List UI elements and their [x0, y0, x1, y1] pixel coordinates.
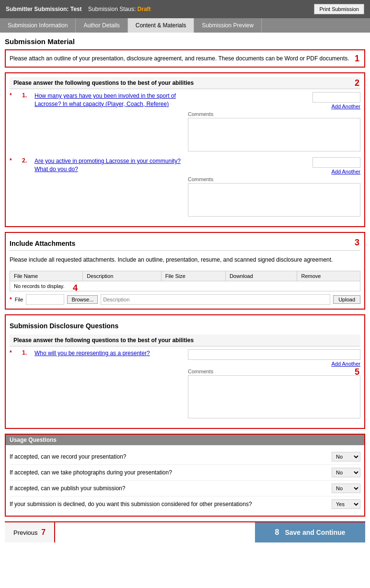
header-title: Submitter Submission: Test Submission St…: [6, 6, 151, 12]
q1-num: 1.: [22, 92, 30, 99]
header-submission-name: Test: [70, 6, 82, 12]
usage-content: If accepted, can we record your presenta…: [6, 445, 364, 516]
tab-content-materials[interactable]: Content & Materials: [128, 18, 194, 33]
attach-header: Include Attachments: [10, 237, 360, 251]
q2-input-area: Add Another: [188, 157, 360, 174]
usage-q1-select[interactable]: No Yes: [332, 468, 360, 477]
usage-row-1: If accepted, can we take photographs dur…: [10, 465, 360, 481]
q1-comments-textarea[interactable]: [188, 118, 360, 151]
dq-left-1: * 1. Who will you be representing as a p…: [10, 349, 184, 357]
usage-q1-text: If accepted, can we take photographs dur…: [10, 469, 332, 476]
usage-q0-text: If accepted, can we record your presenta…: [10, 453, 332, 460]
usage-header: Usage Questions: [6, 435, 364, 445]
file-name-input[interactable]: [26, 294, 64, 305]
usage-row-2: If accepted, can we publish your submiss…: [10, 481, 360, 496]
bottom-nav: Previous 7 8 Save and Continue: [5, 521, 365, 542]
question-left-2: * 2. Are you active in promoting Lacross…: [10, 157, 184, 173]
num-5: 5: [355, 367, 359, 377]
num-4: 4: [73, 283, 78, 293]
q1-comments-wrapper: Comments: [188, 111, 360, 151]
question-row-2: * 2. Are you active in promoting Lacross…: [10, 157, 360, 174]
attach-info: Please include all requested attachments…: [10, 254, 360, 266]
dq1-num: 1.: [22, 349, 30, 356]
q2-comments-wrapper: Comments: [188, 176, 360, 217]
dq1-add-another[interactable]: Add Another: [331, 361, 360, 367]
disclosure-question-block-1: * 1. Who will you be representing as a p…: [10, 349, 360, 418]
q2-comments-textarea[interactable]: [188, 183, 360, 217]
question-row-1: * 1. How many years have you been involv…: [10, 92, 360, 109]
header-status-label: Submission Staus:: [88, 6, 136, 12]
page-header: Submitter Submission: Test Submission St…: [0, 0, 370, 18]
description-input[interactable]: [101, 294, 330, 305]
q2-comments-label: Comments: [188, 176, 213, 182]
num-1: 1: [355, 54, 359, 64]
question-block-2: * 2. Are you active in promoting Lacross…: [10, 157, 360, 217]
box1-text: Please attach an outline of your present…: [10, 54, 360, 63]
print-button[interactable]: Print Submission: [314, 4, 364, 14]
usage-row-0: If accepted, can we record your presenta…: [10, 449, 360, 465]
usage-q0-select[interactable]: No Yes: [332, 452, 360, 461]
num-3: 3: [355, 238, 359, 248]
tab-submission-information[interactable]: Submission Information: [0, 18, 76, 33]
dq1-comments-wrapper: Comments: [188, 369, 360, 418]
dq1-answer-input[interactable]: [188, 349, 360, 360]
num-7: 7: [41, 528, 46, 536]
col-filename: File Name: [10, 271, 83, 281]
q1-comments-label: Comments: [188, 111, 213, 117]
questions-header: Please answer the following questions to…: [10, 77, 360, 89]
previous-button[interactable]: Previous 7: [5, 522, 55, 542]
file-table-body: No records to display.: [10, 281, 360, 291]
dq-row-1: * 1. Who will you be representing as a p…: [10, 349, 360, 367]
q2-text: Are you active in promoting Lacrosse in …: [35, 157, 184, 173]
file-upload-row: * File Browse... Upload: [10, 294, 360, 305]
col-download: Download: [225, 271, 297, 281]
q1-text: How many years have you been involved in…: [35, 92, 184, 108]
q1-answer-input[interactable]: [312, 92, 360, 103]
col-remove: Remove: [297, 271, 360, 281]
header-status-value: Draft: [138, 6, 151, 12]
question-block-1: * 1. How many years have you been involv…: [10, 92, 360, 151]
q2-req: *: [10, 157, 17, 164]
tab-submission-preview[interactable]: Submission Preview: [194, 18, 262, 33]
upload-button[interactable]: Upload: [333, 295, 360, 304]
col-description: Description: [83, 271, 161, 281]
usage-box: Usage Questions If accepted, can we reco…: [5, 434, 365, 517]
tab-bar: Submission Information Author Details Co…: [0, 18, 370, 33]
tab-author-details[interactable]: Author Details: [76, 18, 127, 33]
browse-button[interactable]: Browse...: [67, 295, 98, 304]
attach-info-text: Please include all requested attachments…: [10, 256, 333, 263]
col-filesize: File Size: [161, 271, 225, 281]
usage-q2-text: If accepted, can we publish your submiss…: [10, 485, 332, 492]
dq1-comments-textarea[interactable]: [188, 375, 360, 418]
usage-q2-select[interactable]: No Yes: [332, 484, 360, 493]
dq1-text: Who will you be representing as a presen…: [35, 349, 184, 357]
save-label: Save and Continue: [285, 529, 345, 536]
q1-add-another[interactable]: Add Another: [331, 104, 360, 109]
question-left-1: * 1. How many years have you been involv…: [10, 92, 184, 108]
header-submission-label: Submitter Submission:: [6, 6, 69, 12]
disclosure-box: 5 Submission Disclosure Questions Please…: [5, 314, 365, 429]
usage-q3-select[interactable]: No Yes: [332, 499, 360, 509]
q2-answer-input[interactable]: [312, 157, 360, 168]
questions-box: 2 Please answer the following questions …: [5, 72, 365, 227]
no-records-row: No records to display.: [10, 281, 360, 291]
q2-add-another[interactable]: Add Another: [331, 169, 360, 174]
file-table-header: File Name Description File Size Download…: [10, 271, 360, 281]
num-8: 8: [275, 528, 279, 536]
disclosure-header: Submission Disclosure Questions: [10, 319, 360, 333]
attachments-box: 3 Include Attachments Please include all…: [5, 232, 365, 310]
save-continue-button[interactable]: 8 Save and Continue: [255, 522, 365, 542]
file-req-star: *: [10, 296, 12, 303]
file-table: File Name Description File Size Download…: [10, 271, 360, 291]
no-records-cell: No records to display.: [10, 281, 360, 291]
dq1-req: *: [10, 349, 17, 356]
usage-row-3: If your submission is declined, do you w…: [10, 496, 360, 512]
section-title: Submission Material: [5, 37, 365, 46]
num-2: 2: [355, 78, 359, 88]
q1-req: *: [10, 92, 17, 99]
file-label: File: [15, 297, 23, 302]
main-content: Submission Material 1 Please attach an o…: [0, 33, 370, 547]
q2-num: 2.: [22, 157, 30, 164]
info-box-1: 1 Please attach an outline of your prese…: [5, 49, 365, 68]
dq1-input-area: Add Another: [188, 349, 360, 367]
